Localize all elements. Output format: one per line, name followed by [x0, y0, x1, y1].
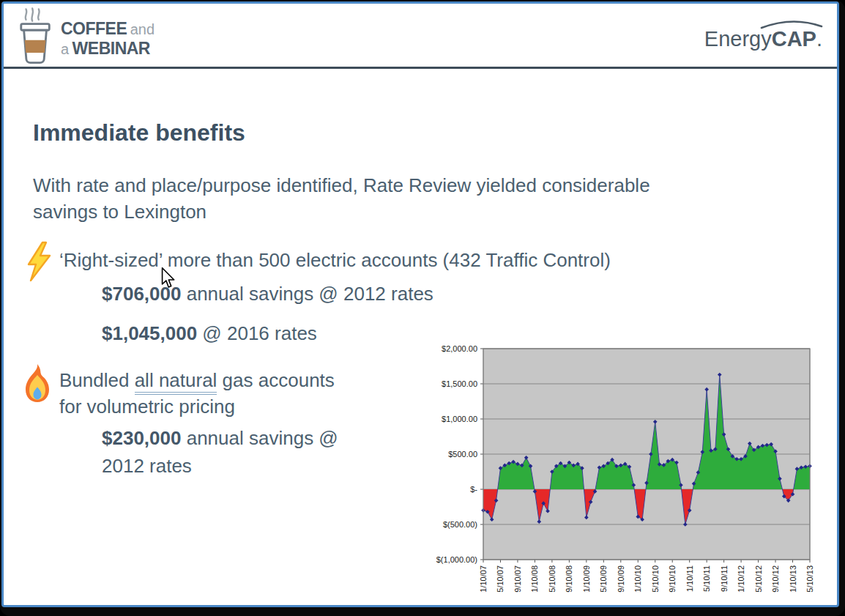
gas-text-pre: Bundled — [59, 369, 135, 391]
intro-text: With rate and place/purpose identified, … — [33, 172, 650, 225]
gas-bullet-text: Bundled all natural gas accounts for vol… — [59, 367, 335, 420]
svg-text:$-: $- — [470, 485, 477, 494]
svg-text:$(500.00): $(500.00) — [443, 520, 477, 529]
svg-text:5/10/11: 5/10/11 — [702, 565, 711, 592]
energycap-logo-cap: CAP — [772, 27, 816, 51]
header: COFFEE and a WEBINAR EnergyCAP. — [4, 4, 837, 67]
electric-savings-2012: $706,000 annual savings @ 2012 rates — [102, 281, 433, 307]
svg-text:1/10/09: 1/10/09 — [582, 565, 591, 593]
coffee-cup-icon — [17, 7, 55, 65]
svg-text:9/10/07: 9/10/07 — [513, 565, 522, 593]
logo-word-coffee: COFFEE — [61, 19, 127, 38]
logo-word-and: and — [130, 21, 155, 37]
logo-word-a: a — [61, 41, 69, 57]
svg-text:1/10/07: 1/10/07 — [479, 565, 488, 593]
svg-text:9/10/09: 9/10/09 — [617, 565, 625, 593]
svg-text:5/10/08: 5/10/08 — [548, 565, 556, 593]
gas-text-post: gas accounts — [217, 369, 334, 391]
svg-text:$2,000.00: $2,000.00 — [442, 344, 477, 353]
gas-savings-rest: annual savings @ — [181, 427, 338, 449]
svg-text:$1,000.00: $1,000.00 — [442, 415, 477, 423]
energycap-logo: EnergyCAP. — [704, 27, 822, 51]
intro-line-1: With rate and place/purpose identified, … — [33, 174, 650, 196]
energycap-logo-energy: Energy — [704, 27, 772, 51]
electric-bullet-text: ‘Right-sized’ more than 500 electric acc… — [59, 247, 611, 273]
svg-text:5/10/10: 5/10/10 — [651, 565, 660, 593]
svg-text:$(1,000.00): $(1,000.00) — [436, 555, 477, 564]
gas-savings-amount: $230,000 — [102, 427, 181, 449]
savings-chart: $(1,000.00)$(500.00)$-$500.00$1,000.00$1… — [425, 333, 839, 607]
svg-text:$500.00: $500.00 — [448, 450, 477, 459]
svg-text:5/10/09: 5/10/09 — [599, 565, 608, 593]
svg-text:1/10/11: 1/10/11 — [685, 565, 694, 592]
mouse-cursor — [161, 267, 176, 289]
header-divider — [4, 67, 837, 69]
electric-savings-2016-rest: @ 2016 rates — [197, 322, 317, 344]
savings-area-chart: $(1,000.00)$(500.00)$-$500.00$1,000.00$1… — [425, 333, 839, 607]
coffee-webinar-logo: COFFEE and a WEBINAR — [17, 7, 155, 65]
svg-text:5/10/07: 5/10/07 — [496, 565, 505, 593]
svg-text:9/10/08: 9/10/08 — [565, 565, 573, 593]
svg-text:1/10/13: 1/10/13 — [789, 565, 797, 593]
electric-savings-2016-amount: $1,045,000 — [102, 322, 197, 344]
fire-icon — [23, 363, 52, 404]
svg-text:1/10/12: 1/10/12 — [737, 565, 745, 593]
logo-word-webinar: WEBINAR — [72, 39, 150, 58]
svg-text:9/10/11: 9/10/11 — [720, 565, 729, 592]
window-frame: COFFEE and a WEBINAR EnergyCAP. Immediat… — [0, 0, 845, 616]
gas-savings-line2: 2012 rates — [102, 455, 192, 477]
intro-line-2: savings to Lexington — [33, 201, 206, 223]
svg-text:9/10/10: 9/10/10 — [668, 565, 677, 593]
energycap-logo-dot: . — [816, 27, 822, 51]
svg-text:1/10/10: 1/10/10 — [633, 565, 642, 593]
page-title: Immediate benefits — [33, 119, 245, 146]
gas-text-underlined: all natural — [135, 369, 217, 395]
svg-text:1/10/08: 1/10/08 — [530, 565, 539, 593]
slide: COFFEE and a WEBINAR EnergyCAP. Immediat… — [1, 1, 839, 607]
gas-text-line2: for volumetric pricing — [59, 396, 235, 418]
gas-savings-2012: $230,000 annual savings @ 2012 rates — [102, 424, 338, 480]
svg-text:5/10/13: 5/10/13 — [805, 565, 814, 593]
electric-savings-2016: $1,045,000 @ 2016 rates — [102, 320, 317, 346]
energycap-arc-icon — [760, 20, 823, 29]
svg-text:9/10/12: 9/10/12 — [771, 565, 780, 593]
svg-text:$1,500.00: $1,500.00 — [442, 379, 477, 388]
svg-text:5/10/12: 5/10/12 — [754, 565, 763, 593]
coffee-logo-text: COFFEE and a WEBINAR — [61, 20, 155, 59]
electric-savings-2012-rest: annual savings @ 2012 rates — [181, 283, 433, 305]
lightning-bolt-icon — [23, 241, 55, 282]
